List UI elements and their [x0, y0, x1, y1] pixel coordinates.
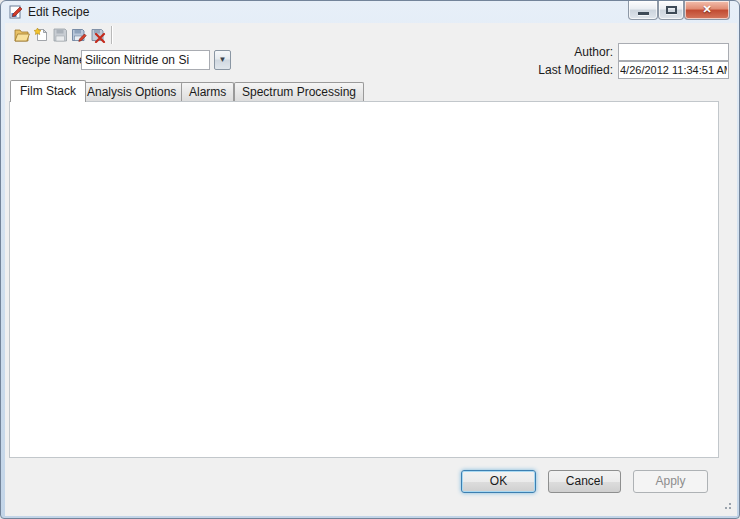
author-input[interactable] — [618, 43, 729, 61]
titlebar[interactable]: Edit Recipe ✕ — [1, 1, 740, 23]
delete-recipe-button[interactable] — [88, 25, 108, 45]
save-report-button[interactable] — [69, 25, 89, 45]
resize-grip[interactable] — [721, 499, 732, 510]
tab-analysis-options[interactable]: Analysis Options — [79, 82, 184, 101]
save-report-icon — [71, 27, 87, 43]
open-icon — [14, 27, 30, 43]
recipe-name-field-wrap — [81, 50, 210, 70]
tab-spectrum-processing[interactable]: Spectrum Processing — [234, 82, 364, 101]
ok-button[interactable]: OK — [461, 470, 536, 493]
recipe-name-input[interactable] — [81, 50, 210, 70]
close-button[interactable]: ✕ — [684, 1, 730, 20]
author-label: Author: — [501, 45, 613, 59]
minimize-button[interactable] — [628, 1, 658, 20]
last-modified-label: Last Modified: — [501, 63, 613, 77]
recipe-name-dropdown-button[interactable]: ▼ — [214, 50, 231, 70]
tab-film-stack[interactable]: Film Stack — [10, 80, 86, 102]
window-title: Edit Recipe — [28, 5, 89, 19]
last-modified-field-wrap — [618, 60, 729, 78]
tab-alarms[interactable]: Alarms — [181, 82, 234, 101]
maximize-icon — [666, 6, 677, 14]
apply-button[interactable]: Apply — [633, 470, 708, 493]
minimize-icon — [638, 12, 649, 15]
delete-icon — [90, 27, 106, 43]
new-recipe-button[interactable] — [31, 25, 51, 45]
app-icon — [9, 5, 23, 19]
cancel-button[interactable]: Cancel — [548, 470, 621, 493]
save-icon — [52, 27, 68, 43]
open-recipe-button[interactable] — [12, 25, 32, 45]
film-stack-page — [9, 101, 719, 458]
maximize-button[interactable] — [658, 1, 684, 20]
author-field-wrap — [618, 42, 729, 60]
edit-recipe-dialog: Edit Recipe ✕ — [0, 0, 740, 519]
toolbar-separator — [111, 26, 112, 44]
save-recipe-button[interactable] — [50, 25, 70, 45]
last-modified-input[interactable] — [618, 61, 729, 79]
new-icon — [33, 27, 49, 43]
recipe-name-label: Recipe Name: — [13, 53, 89, 67]
